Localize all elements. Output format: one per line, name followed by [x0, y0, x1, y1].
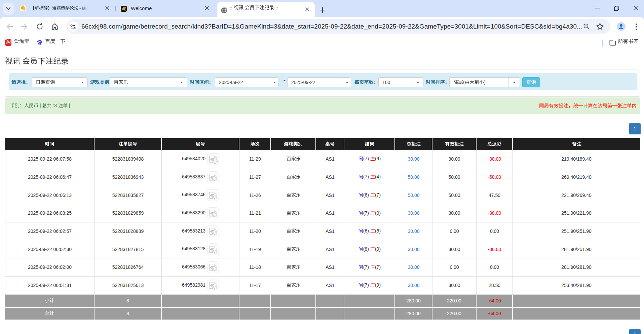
svg-text:du: du	[38, 43, 41, 45]
